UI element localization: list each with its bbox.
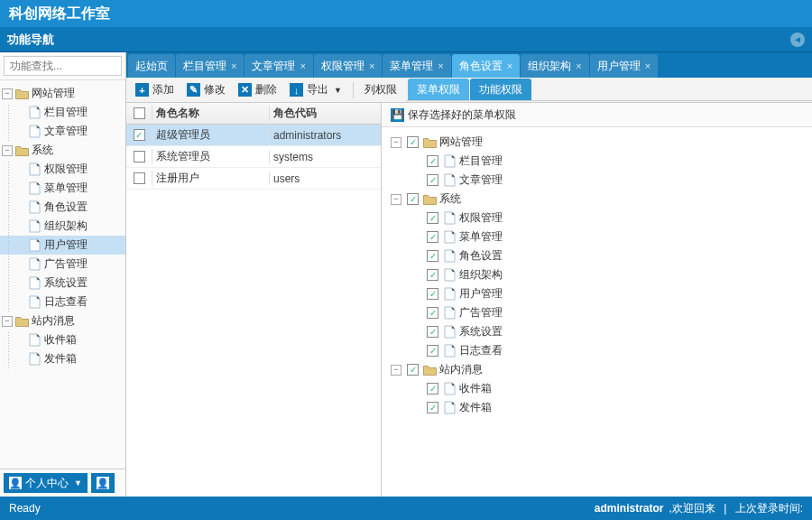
collapse-icon[interactable]: −: [2, 145, 13, 156]
perm-checkbox[interactable]: ✓: [427, 345, 438, 357]
perm-checkbox[interactable]: ✓: [427, 307, 438, 319]
pencil-icon: ✎: [187, 83, 200, 97]
tab-组织架构[interactable]: 组织架构×: [521, 54, 588, 78]
tree-item[interactable]: 系统设置: [0, 274, 125, 292]
row-checkbox[interactable]: [134, 151, 145, 162]
column-perm-button[interactable]: 列权限: [361, 80, 401, 100]
perm-checkbox[interactable]: ✓: [427, 250, 438, 262]
perm-checkbox[interactable]: ✓: [407, 136, 419, 148]
perm-checkbox[interactable]: ✓: [427, 326, 438, 338]
close-icon[interactable]: ×: [438, 60, 443, 71]
add-button[interactable]: +添加: [132, 80, 178, 100]
select-all-checkbox[interactable]: [134, 107, 145, 119]
perm-tree-item[interactable]: −✓网站管理: [385, 133, 808, 152]
tree-label: 网站管理: [32, 86, 75, 101]
tree-label: 站内消息: [32, 313, 75, 329]
search-input[interactable]: [4, 56, 122, 76]
perm-tree-item[interactable]: ✓角色设置: [385, 246, 808, 265]
perm-tree-item[interactable]: ✓菜单管理: [385, 228, 808, 246]
perm-tree-item[interactable]: ✓日志查看: [385, 341, 808, 360]
perm-tree-item[interactable]: ✓组织架构: [385, 265, 808, 284]
tab-角色设置[interactable]: 角色设置×: [452, 54, 520, 78]
tree-item[interactable]: 日志查看: [0, 292, 125, 311]
tree-item[interactable]: 收件箱: [0, 330, 125, 349]
perm-checkbox[interactable]: ✓: [427, 155, 438, 167]
perm-checkbox[interactable]: ✓: [427, 269, 438, 281]
tab-起始页[interactable]: 起始页: [128, 54, 175, 78]
perm-checkbox[interactable]: ✓: [427, 402, 438, 413]
table-row[interactable]: 系统管理员systems: [126, 146, 381, 168]
table-row[interactable]: 注册用户users: [126, 168, 381, 190]
close-icon[interactable]: ×: [300, 60, 305, 71]
tree-item[interactable]: 发件箱: [0, 349, 125, 368]
perm-label: 权限管理: [459, 210, 503, 226]
tree-line: [2, 122, 14, 141]
tree-item[interactable]: 权限管理: [0, 160, 125, 179]
save-perm-button[interactable]: 💾 保存选择好的菜单权限: [387, 105, 520, 125]
profile-button[interactable]: 👤 个人中心 ▼: [4, 473, 88, 493]
perm-tree-item[interactable]: −✓站内消息: [385, 360, 808, 379]
perm-checkbox[interactable]: ✓: [427, 212, 438, 224]
subtab-menu-perm[interactable]: 菜单权限: [408, 79, 469, 100]
perm-tree-item[interactable]: ✓用户管理: [385, 284, 808, 303]
close-icon[interactable]: ×: [231, 60, 236, 71]
tree-label: 权限管理: [44, 162, 88, 177]
perm-checkbox[interactable]: ✓: [407, 193, 419, 205]
perm-tree-item[interactable]: −✓系统: [385, 190, 808, 209]
tree-item[interactable]: 栏目管理: [0, 103, 125, 122]
perm-checkbox[interactable]: ✓: [427, 383, 438, 395]
row-checkbox[interactable]: ✓: [134, 129, 145, 141]
col-role-code[interactable]: 角色代码: [269, 106, 381, 121]
cell-code: systems: [269, 151, 381, 163]
tab-菜单管理[interactable]: 菜单管理×: [383, 54, 450, 78]
file-icon: [442, 306, 457, 320]
tab-label: 菜单管理: [390, 59, 433, 74]
perm-tree-item[interactable]: ✓文章管理: [385, 171, 808, 190]
file-icon: [27, 125, 42, 139]
row-checkbox[interactable]: [134, 172, 145, 184]
collapse-icon[interactable]: −: [2, 316, 13, 327]
tree-item[interactable]: 菜单管理: [0, 179, 125, 198]
tree-folder[interactable]: −网站管理: [0, 84, 125, 103]
tab-权限管理[interactable]: 权限管理×: [314, 54, 382, 78]
tree-item[interactable]: 组织架构: [0, 217, 125, 236]
tab-用户管理[interactable]: 用户管理×: [590, 54, 658, 78]
perm-label: 栏目管理: [459, 153, 503, 169]
col-role-name[interactable]: 角色名称: [152, 106, 269, 121]
perm-tree-item[interactable]: ✓栏目管理: [385, 152, 808, 171]
tree-folder[interactable]: −站内消息: [0, 311, 125, 330]
export-button[interactable]: ↓导出▼: [286, 80, 346, 100]
collapse-icon[interactable]: −: [391, 137, 401, 148]
tree-item[interactable]: 文章管理: [0, 122, 125, 141]
collapse-icon[interactable]: −: [391, 365, 401, 376]
close-icon[interactable]: ×: [369, 60, 374, 71]
perm-tree-item[interactable]: ✓发件箱: [385, 398, 808, 417]
close-icon[interactable]: ×: [576, 60, 581, 71]
tree-line: [2, 103, 14, 122]
tree-item[interactable]: 用户管理: [0, 236, 125, 255]
collapse-icon[interactable]: −: [391, 194, 401, 205]
perm-tree-item[interactable]: ✓权限管理: [385, 209, 808, 228]
tab-文章管理[interactable]: 文章管理×: [245, 54, 312, 78]
subtab-func-perm[interactable]: 功能权限: [470, 79, 531, 100]
perm-checkbox[interactable]: ✓: [427, 231, 438, 243]
collapse-sidebar-icon[interactable]: ◄: [790, 32, 805, 47]
tree-item[interactable]: 角色设置: [0, 198, 125, 217]
perm-tree-item[interactable]: ✓广告管理: [385, 303, 808, 322]
permission-tree: −✓网站管理✓栏目管理✓文章管理−✓系统✓权限管理✓菜单管理✓角色设置✓组织架构…: [382, 127, 812, 497]
perm-checkbox[interactable]: ✓: [427, 288, 438, 300]
perm-checkbox[interactable]: ✓: [427, 174, 438, 186]
perm-checkbox[interactable]: ✓: [407, 364, 419, 376]
close-icon[interactable]: ×: [507, 60, 512, 71]
delete-button[interactable]: ✕删除: [235, 80, 281, 100]
perm-tree-item[interactable]: ✓系统设置: [385, 322, 808, 341]
refresh-button[interactable]: 👤: [91, 473, 115, 493]
close-icon[interactable]: ×: [645, 60, 651, 71]
edit-button[interactable]: ✎修改: [183, 80, 229, 100]
perm-tree-item[interactable]: ✓收件箱: [385, 379, 808, 398]
collapse-icon[interactable]: −: [2, 88, 13, 99]
tree-item[interactable]: 广告管理: [0, 255, 125, 274]
tab-栏目管理[interactable]: 栏目管理×: [176, 54, 244, 78]
tree-folder[interactable]: −系统: [0, 141, 125, 160]
table-row[interactable]: ✓超级管理员administrators: [126, 125, 381, 146]
